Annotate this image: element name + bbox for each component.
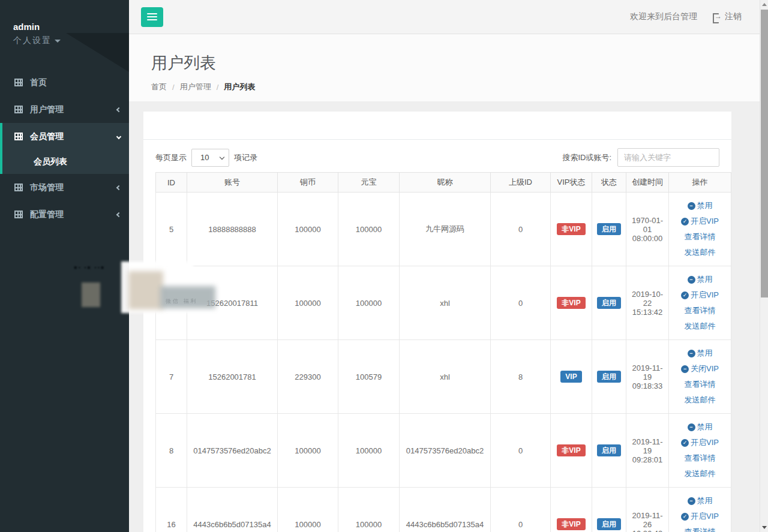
minus-circle-icon: − (681, 365, 689, 373)
cell-parent-id: 0 (491, 266, 551, 340)
column-header-parent-id: 上级ID (491, 173, 551, 193)
action-link[interactable]: 发送邮件 (671, 392, 728, 408)
cell-nickname: 4443c6b6b5d07135a4 (400, 488, 491, 532)
action-link[interactable]: 查看详情 (671, 524, 728, 532)
cell-account: 0147573576ed20abc2 (187, 414, 278, 488)
vip-badge: 非VIP (557, 518, 585, 530)
chevron-left-icon (116, 185, 121, 190)
action-link[interactable]: −禁用 (671, 345, 728, 361)
action-link[interactable]: 查看详情 (671, 229, 728, 245)
status-badge: 启用 (597, 297, 621, 309)
column-header-status: 状态 (592, 173, 626, 193)
status-badge: 启用 (597, 444, 621, 456)
app-window: admin 个人设置 首页 用户管理 会员管理 (0, 0, 768, 532)
sidebar-toggle-button[interactable] (141, 7, 163, 27)
cell-status: 启用 (592, 266, 626, 340)
vip-badge: VIP (560, 371, 581, 383)
cell-actions: −禁用−关闭VIP查看详情发送邮件 (669, 340, 731, 414)
action-link[interactable]: −禁用 (671, 493, 728, 509)
cell-created: 2019-11-19 09:28:01 (626, 414, 669, 488)
action-link[interactable]: 查看详情 (671, 303, 728, 318)
action-link[interactable]: 查看详情 (671, 450, 728, 466)
table-row: 8 0147573576ed20abc2 100000 100000 01475… (156, 414, 731, 488)
cell-status: 启用 (592, 488, 626, 532)
cell-yuanbao: 100000 (338, 266, 400, 340)
breadcrumb-home[interactable]: 首页 (151, 82, 167, 92)
sidebar-item-config-management[interactable]: 配置管理 (0, 201, 129, 228)
column-header-account: 账号 (187, 173, 278, 193)
scroll-down-button[interactable] (760, 523, 768, 532)
cell-id: 8 (156, 414, 187, 488)
breadcrumb-separator: / (172, 83, 175, 92)
action-link[interactable]: −禁用 (671, 272, 728, 287)
cell-vip-status: 非VIP (551, 414, 592, 488)
scrollbar-thumb[interactable] (761, 10, 768, 297)
per-page-select[interactable]: 10 (191, 149, 229, 167)
sidebar-item-member-management[interactable]: 会员管理 (2, 123, 129, 150)
action-link[interactable]: ✓开启VIP (671, 287, 728, 303)
cell-account: 18888888888 (187, 193, 278, 266)
search-box: 搜索ID或账号: (562, 148, 719, 167)
action-link[interactable]: 发送邮件 (671, 466, 728, 482)
table-row: 7 15262001781 229300 100579 xhl 8 VIP 启用… (156, 340, 731, 414)
cell-copper: 100000 (278, 488, 338, 532)
action-label: 开启VIP (691, 214, 719, 229)
user-settings-label: 个人设置 (13, 35, 52, 46)
grid-icon (14, 106, 23, 113)
action-link[interactable]: −禁用 (671, 419, 728, 435)
breadcrumb-separator: / (217, 83, 219, 92)
table-row: 152620017811 100000 100000 xhl 0 非VIP 启用… (156, 266, 731, 340)
cell-account: 152620017811 (187, 266, 278, 340)
cell-parent-id: 0 (491, 488, 551, 532)
sidebar-subitem-label: 会员列表 (34, 157, 67, 167)
logout-button[interactable]: 注销 (713, 11, 742, 22)
action-link[interactable]: ✓开启VIP (671, 435, 728, 450)
cell-actions: −禁用✓开启VIP查看详情发送邮件 (669, 414, 731, 488)
per-page-control: 每页显示 10 项记录 (155, 149, 257, 167)
breadcrumb-user-management[interactable]: 用户管理 (180, 82, 211, 92)
page-heading: 用户列表 首页 / 用户管理 / 用户列表 (129, 34, 760, 101)
action-link[interactable]: −禁用 (671, 198, 728, 214)
table-row: 16 4443c6b6b5d07135a4 100000 100000 4443… (156, 488, 731, 532)
sidebar-item-home[interactable]: 首页 (0, 69, 129, 96)
cell-created: 2019-11-19 09:18:33 (626, 340, 669, 414)
cell-yuanbao: 100000 (338, 488, 400, 532)
sidebar-item-label: 市场管理 (30, 182, 64, 193)
cell-id: 5 (156, 193, 187, 266)
cell-id: 7 (156, 340, 187, 414)
sidebar-item-label: 用户管理 (30, 104, 64, 115)
sidebar-subitem-member-list[interactable]: 会员列表 (2, 150, 129, 174)
cell-parent-id: 8 (491, 340, 551, 414)
cell-account: 4443c6b6b5d07135a4 (187, 488, 278, 532)
search-label: 搜索ID或账号: (562, 152, 611, 163)
action-link[interactable]: ✓开启VIP (671, 509, 728, 524)
action-link[interactable]: 发送邮件 (671, 318, 728, 334)
column-header-copper: 铜币 (278, 173, 338, 193)
user-block: admin 个人设置 (0, 0, 129, 46)
cell-nickname: 九牛网源码 (400, 193, 491, 266)
user-list-panel: 每页显示 10 项记录 搜索ID或账号: (143, 112, 731, 532)
cell-id: 16 (156, 488, 187, 532)
cell-actions: −禁用✓开启VIP查看详情发送邮件 (669, 266, 731, 340)
user-settings-dropdown[interactable]: 个人设置 (13, 35, 129, 46)
action-link[interactable]: 查看详情 (671, 377, 728, 392)
scroll-up-button[interactable] (760, 0, 768, 9)
username: admin (13, 22, 129, 32)
vertical-scrollbar[interactable] (760, 0, 768, 532)
action-link[interactable]: −关闭VIP (671, 361, 728, 377)
action-label: 禁用 (697, 345, 713, 361)
cell-copper: 100000 (278, 266, 338, 340)
cell-vip-status: 非VIP (551, 193, 592, 266)
sidebar-item-user-management[interactable]: 用户管理 (0, 96, 129, 123)
chevron-down-icon (116, 134, 121, 139)
action-link[interactable]: 发送邮件 (671, 245, 728, 260)
check-circle-icon: ✓ (681, 291, 689, 299)
vip-badge: 非VIP (557, 223, 585, 235)
search-input[interactable] (617, 148, 719, 167)
action-label: 开启VIP (691, 287, 719, 303)
action-link[interactable]: ✓开启VIP (671, 214, 728, 229)
per-page-select-wrap: 10 (191, 149, 229, 167)
action-label: 发送邮件 (685, 466, 716, 482)
status-badge: 启用 (597, 371, 621, 383)
sidebar-item-market-management[interactable]: 市场管理 (0, 174, 129, 201)
